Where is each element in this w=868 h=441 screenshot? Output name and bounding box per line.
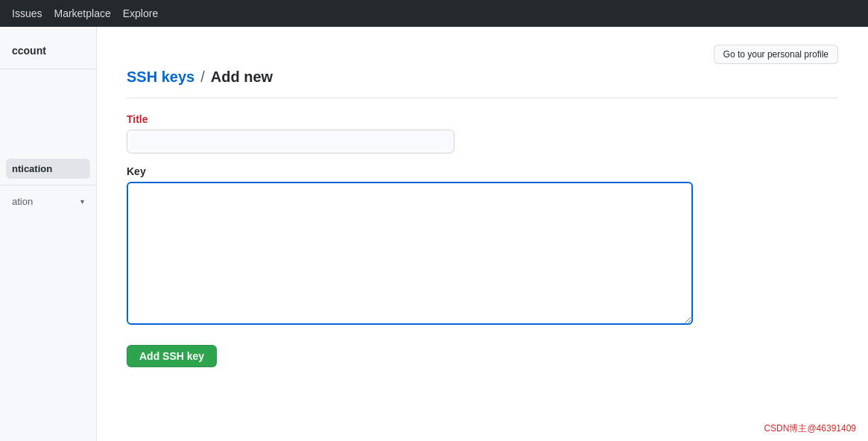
main-layout: ccount ntication ation ▾ Go to your pers…	[0, 27, 868, 441]
sidebar-expand-label: ation	[12, 196, 33, 207]
top-right-action: Go to your personal profile	[714, 45, 838, 64]
sidebar: ccount ntication ation ▾	[0, 27, 97, 441]
breadcrumb: SSH keys / Add new	[127, 69, 838, 86]
title-label: Title	[127, 113, 693, 125]
go-to-personal-profile-button[interactable]: Go to your personal profile	[714, 45, 838, 64]
key-textarea[interactable]	[127, 182, 693, 325]
sidebar-account-label: ccount	[0, 39, 96, 63]
nav-item-marketplace[interactable]: Marketplace	[54, 4, 110, 22]
nav-item-explore[interactable]: Explore	[123, 4, 158, 22]
sidebar-item-authentication[interactable]: ntication	[6, 159, 90, 179]
main-content: Go to your personal profile SSH keys / A…	[97, 27, 868, 441]
form-divider	[127, 98, 838, 98]
sidebar-item-authentication-label: ntication	[12, 163, 52, 174]
nav-item-issues[interactable]: Issues	[12, 4, 42, 22]
breadcrumb-ssh-keys-link[interactable]: SSH keys	[127, 69, 194, 86]
chevron-down-icon: ▾	[80, 197, 84, 206]
breadcrumb-separator: /	[200, 69, 205, 86]
sidebar-divider	[0, 69, 96, 69]
sidebar-item-expand[interactable]: ation ▾	[0, 191, 96, 212]
sidebar-divider-2	[0, 185, 96, 185]
title-form-group: Title	[127, 113, 693, 153]
add-ssh-key-button[interactable]: Add SSH key	[127, 345, 217, 367]
title-input[interactable]	[127, 130, 454, 153]
key-label: Key	[127, 165, 693, 177]
watermark: CSDN博主@46391409	[764, 422, 856, 435]
key-form-group: Key	[127, 165, 693, 327]
breadcrumb-current: Add new	[211, 69, 273, 86]
top-navigation: Issues Marketplace Explore	[0, 0, 868, 27]
